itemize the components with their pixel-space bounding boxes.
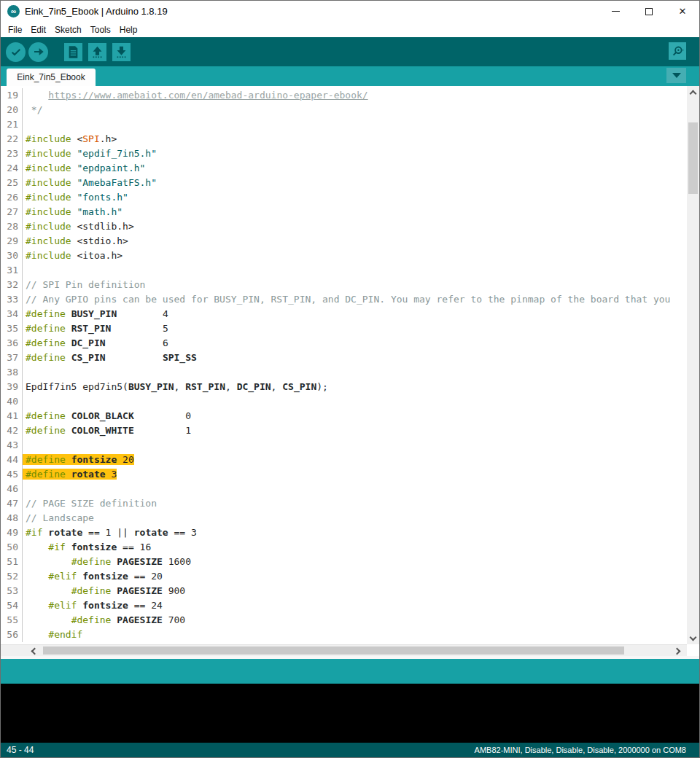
code-line[interactable]: 39EpdIf7in5 epd7in5(BUSY_PIN, RST_PIN, D… bbox=[1, 380, 687, 394]
code-lines[interactable]: 19 https://www.amebaiot.com/en/amebad-ar… bbox=[1, 86, 687, 644]
verify-button[interactable] bbox=[6, 42, 26, 62]
code-line[interactable]: 28#include <stdlib.h> bbox=[1, 219, 687, 234]
code-line[interactable]: 26#include "fonts.h" bbox=[1, 190, 687, 205]
close-button[interactable]: ✕ bbox=[666, 1, 699, 22]
code-text: #include <SPI.h> bbox=[23, 133, 117, 144]
code-line[interactable]: 20 */ bbox=[1, 103, 687, 117]
horizontal-scroll-thumb[interactable] bbox=[43, 646, 624, 655]
code-line[interactable]: 44#define fontsize 20 bbox=[1, 453, 687, 467]
line-number: 25 bbox=[1, 176, 23, 190]
code-line[interactable]: 55 #define PAGESIZE 700 bbox=[1, 613, 687, 628]
code-line[interactable]: 46 bbox=[1, 482, 687, 496]
code-line[interactable]: 31 bbox=[1, 263, 687, 278]
code-line[interactable]: 38 bbox=[1, 365, 687, 380]
scroll-left-arrow[interactable] bbox=[27, 645, 39, 656]
line-number: 27 bbox=[1, 205, 23, 219]
code-text: #endif bbox=[23, 629, 82, 640]
console-output bbox=[1, 684, 699, 743]
code-line[interactable]: 40 bbox=[1, 394, 687, 409]
line-number: 20 bbox=[1, 103, 23, 117]
code-line[interactable]: 19 https://www.amebaiot.com/en/amebad-ar… bbox=[1, 88, 687, 103]
horizontal-scrollbar[interactable] bbox=[1, 644, 687, 656]
code-line[interactable]: 29#include <stdio.h> bbox=[1, 234, 687, 249]
serial-monitor-button[interactable] bbox=[669, 42, 686, 60]
code-line[interactable]: 52 #elif fontsize == 20 bbox=[1, 569, 687, 584]
vertical-scrollbar[interactable] bbox=[687, 86, 699, 644]
status-strip bbox=[1, 659, 699, 684]
code-line[interactable]: 47// PAGE SIZE definition bbox=[1, 496, 687, 511]
code-line[interactable]: 53 #define PAGESIZE 900 bbox=[1, 584, 687, 598]
code-line[interactable]: 48// Landscape bbox=[1, 511, 687, 525]
menu-item-sketch[interactable]: Sketch bbox=[50, 23, 86, 36]
code-line[interactable]: 33// Any GPIO pins can be used for BUSY_… bbox=[1, 292, 687, 307]
menu-item-tools[interactable]: Tools bbox=[86, 23, 115, 36]
line-number: 38 bbox=[1, 365, 23, 380]
line-status: 45 - 44 bbox=[7, 745, 34, 755]
code-line[interactable]: 22#include <SPI.h> bbox=[1, 132, 687, 146]
code-text bbox=[23, 265, 26, 276]
line-number: 31 bbox=[1, 263, 23, 278]
line-number: 24 bbox=[1, 161, 23, 176]
code-line[interactable]: 37#define CS_PIN SPI_SS bbox=[1, 351, 687, 365]
vertical-scroll-thumb[interactable] bbox=[688, 122, 698, 194]
scroll-right-arrow[interactable] bbox=[672, 645, 684, 656]
code-text: #include "epdif_7in5.h" bbox=[23, 148, 157, 159]
new-sketch-button[interactable] bbox=[64, 43, 82, 61]
code-text: #include <itoa.h> bbox=[23, 250, 122, 261]
menu-item-file[interactable]: File bbox=[4, 23, 26, 36]
line-number: 48 bbox=[1, 511, 23, 525]
code-line[interactable]: 32// SPI Pin definition bbox=[1, 278, 687, 292]
code-text: #define PAGESIZE 700 bbox=[23, 614, 185, 625]
line-number: 21 bbox=[1, 117, 23, 132]
menu-item-help[interactable]: Help bbox=[115, 23, 142, 36]
code-text: #elif fontsize == 24 bbox=[23, 600, 163, 611]
code-line[interactable]: 42#define COLOR_WHITE 1 bbox=[1, 423, 687, 438]
code-text bbox=[23, 367, 26, 378]
scroll-up-arrow[interactable] bbox=[687, 86, 699, 98]
code-line[interactable]: 41#define COLOR_BLACK 0 bbox=[1, 409, 687, 423]
board-port-status: AMB82-MINI, Disable, Disable, Disable, 2… bbox=[475, 746, 686, 754]
toolbar bbox=[1, 37, 699, 66]
code-text: #include <stdlib.h> bbox=[23, 221, 134, 232]
code-text: #if rotate == 1 || rotate == 3 bbox=[23, 527, 197, 538]
titlebar: ∞ Eink_7in5_Ebook | Arduino 1.8.19 ✕ bbox=[1, 1, 699, 22]
code-line[interactable]: 43 bbox=[1, 438, 687, 453]
code-line[interactable]: 25#include "AmebaFatFS.h" bbox=[1, 176, 687, 190]
maximize-icon bbox=[645, 8, 653, 15]
save-button[interactable] bbox=[112, 43, 131, 61]
code-line[interactable]: 21 bbox=[1, 117, 687, 132]
tab-eink-7in5-ebook[interactable]: Eink_7in5_Ebook bbox=[7, 69, 96, 86]
code-line[interactable]: 27#include "math.h" bbox=[1, 205, 687, 219]
menu-item-edit[interactable]: Edit bbox=[26, 23, 50, 36]
code-text: #define PAGESIZE 1600 bbox=[23, 556, 191, 567]
line-number: 30 bbox=[1, 249, 23, 263]
line-number: 47 bbox=[1, 496, 23, 511]
minimize-button[interactable] bbox=[599, 1, 632, 22]
code-line[interactable]: 34#define BUSY_PIN 4 bbox=[1, 307, 687, 321]
code-line[interactable]: 49#if rotate == 1 || rotate == 3 bbox=[1, 525, 687, 540]
code-line[interactable]: 45#define rotate 3 bbox=[1, 467, 687, 482]
code-text: */ bbox=[23, 104, 42, 115]
code-line[interactable]: 24#include "epdpaint.h" bbox=[1, 161, 687, 176]
code-line[interactable]: 23#include "epdif_7in5.h" bbox=[1, 146, 687, 161]
code-line[interactable]: 30#include <itoa.h> bbox=[1, 249, 687, 263]
scroll-down-arrow[interactable] bbox=[687, 632, 699, 644]
code-line[interactable]: 35#define RST_PIN 5 bbox=[1, 321, 687, 336]
open-button[interactable] bbox=[88, 43, 106, 61]
maximize-button[interactable] bbox=[632, 1, 666, 22]
code-text: #define COLOR_BLACK 0 bbox=[23, 410, 191, 421]
code-text: #if fontsize == 16 bbox=[23, 542, 151, 552]
code-line[interactable]: 51 #define PAGESIZE 1600 bbox=[1, 555, 687, 569]
code-text: #include <stdio.h> bbox=[23, 235, 128, 246]
arrow-up-icon bbox=[91, 46, 104, 58]
menubar: FileEditSketchToolsHelp bbox=[1, 22, 699, 37]
code-line[interactable]: 50 #if fontsize == 16 bbox=[1, 540, 687, 555]
code-line[interactable]: 54 #elif fontsize == 24 bbox=[1, 598, 687, 613]
tab-list-dropdown-button[interactable] bbox=[666, 68, 686, 83]
code-text: https://www.amebaiot.com/en/amebad-ardui… bbox=[23, 90, 368, 101]
upload-button[interactable] bbox=[28, 42, 48, 62]
code-text: #include "epdpaint.h" bbox=[23, 163, 145, 173]
code-line[interactable]: 36#define DC_PIN 6 bbox=[1, 336, 687, 351]
line-number: 32 bbox=[1, 278, 23, 292]
code-line[interactable]: 56 #endif bbox=[1, 628, 687, 642]
